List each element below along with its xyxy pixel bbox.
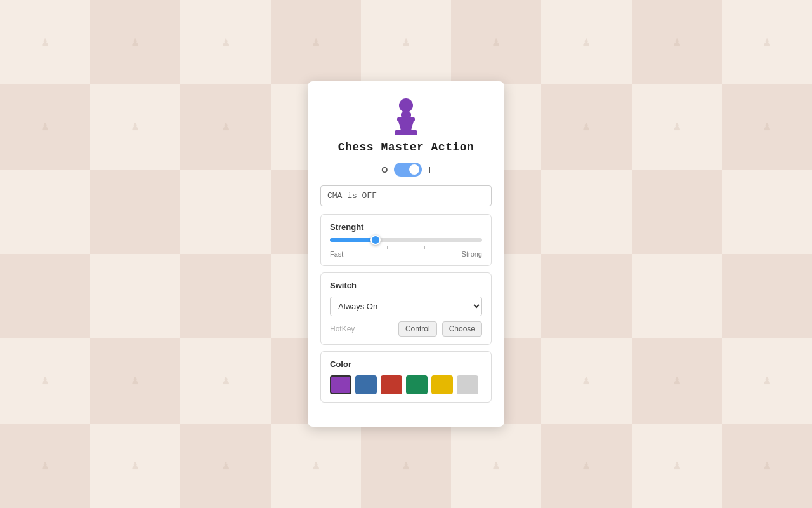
bg-pawn-icon: ♟ [311, 36, 320, 48]
bg-cell: ♟ [271, 0, 361, 84]
slider-labels: Fast Strong [330, 250, 482, 258]
bg-cell: ♟ [0, 424, 90, 508]
bg-cell: ♟ [722, 338, 812, 423]
bg-cell: ♟ [180, 84, 270, 169]
slider-fill [330, 238, 376, 242]
bg-cell: ♟ [0, 84, 90, 169]
bg-cell [722, 254, 812, 338]
bg-pawn-icon: ♟ [41, 375, 49, 387]
bg-pawn-icon: ♟ [131, 121, 140, 133]
bg-pawn-icon: ♟ [582, 36, 591, 48]
bg-pawn-icon: ♟ [672, 36, 681, 48]
bg-cell: ♟ [541, 338, 631, 423]
bg-pawn-icon: ♟ [672, 121, 681, 133]
bg-cell: ♟ [0, 0, 90, 84]
bg-pawn-icon: ♟ [311, 460, 320, 472]
bg-pawn-icon: ♟ [763, 375, 771, 387]
toggle-on-label: I [428, 165, 431, 175]
bg-pawn-icon: ♟ [221, 121, 230, 133]
bg-cell: ♟ [361, 0, 451, 84]
bg-pawn-icon: ♟ [402, 460, 410, 472]
app-title: Chess Master Action [338, 141, 475, 154]
color-section: Color [320, 351, 492, 403]
svg-rect-3 [395, 130, 417, 135]
bg-pawn-icon: ♟ [131, 375, 140, 387]
dialog-card: Chess Master Action O I Strenght Fast St… [308, 81, 504, 427]
bg-pawn-icon: ♟ [582, 121, 591, 133]
bg-cell [0, 170, 90, 254]
power-toggle[interactable] [394, 163, 422, 177]
bg-cell: ♟ [451, 424, 541, 508]
bg-cell: ♟ [180, 0, 270, 84]
hotkey-row: HotKey Control Choose [330, 321, 482, 337]
bg-pawn-icon: ♟ [763, 121, 771, 133]
bg-cell: ♟ [271, 424, 361, 508]
bg-pawn-icon: ♟ [763, 36, 771, 48]
slider-max-label: Strong [462, 250, 482, 258]
bg-cell: ♟ [0, 338, 90, 423]
bg-pawn-icon: ♟ [492, 460, 501, 472]
slider-min-label: Fast [330, 250, 343, 258]
color-swatches [330, 375, 482, 394]
bg-cell [90, 254, 180, 338]
choose-button[interactable]: Choose [442, 321, 482, 337]
app-logo [387, 97, 425, 135]
color-swatch-green[interactable] [406, 375, 428, 394]
bg-cell: ♟ [541, 84, 631, 169]
bg-pawn-icon: ♟ [672, 460, 681, 472]
bg-cell: ♟ [90, 84, 180, 169]
bg-cell: ♟ [632, 84, 722, 169]
bg-pawn-icon: ♟ [131, 460, 140, 472]
color-swatch-lightgray[interactable] [457, 375, 478, 394]
bg-pawn-icon: ♟ [402, 36, 410, 48]
bg-pawn-icon: ♟ [41, 36, 49, 48]
bg-cell: ♟ [722, 424, 812, 508]
color-swatch-purple[interactable] [330, 375, 351, 394]
strength-section: Strenght Fast Strong [320, 214, 492, 266]
svg-rect-1 [401, 112, 411, 117]
bg-pawn-icon: ♟ [41, 121, 49, 133]
pawn-svg [387, 97, 425, 141]
bg-pawn-icon: ♟ [221, 36, 230, 48]
bg-cell [90, 170, 180, 254]
bg-cell [632, 254, 722, 338]
bg-pawn-icon: ♟ [582, 375, 591, 387]
bg-pawn-icon: ♟ [672, 375, 681, 387]
svg-rect-2 [397, 117, 415, 121]
strength-label: Strenght [330, 222, 482, 232]
bg-cell: ♟ [632, 424, 722, 508]
slider-container: Fast Strong [330, 238, 482, 258]
switch-select[interactable]: Always On Always Off Toggle Custom [330, 297, 482, 316]
bg-cell [180, 254, 270, 338]
bg-pawn-icon: ♟ [582, 460, 591, 472]
bg-cell: ♟ [722, 0, 812, 84]
color-swatch-yellow[interactable] [431, 375, 453, 394]
bg-cell: ♟ [632, 338, 722, 423]
bg-pawn-icon: ♟ [763, 460, 771, 472]
switch-section-label: Switch [330, 281, 482, 290]
bg-cell: ♟ [541, 0, 631, 84]
bg-cell: ♟ [90, 424, 180, 508]
bg-pawn-icon: ♟ [492, 36, 501, 48]
bg-cell: ♟ [90, 0, 180, 84]
hotkey-label: HotKey [330, 324, 393, 333]
bg-cell [180, 170, 270, 254]
bg-pawn-icon: ♟ [221, 460, 230, 472]
control-button[interactable]: Control [398, 321, 437, 337]
bg-cell: ♟ [90, 338, 180, 423]
svg-point-0 [399, 98, 413, 112]
color-label: Color [330, 359, 482, 369]
bg-cell [541, 254, 631, 338]
bg-cell: ♟ [180, 338, 270, 423]
bg-pawn-icon: ♟ [41, 460, 49, 472]
bg-pawn-icon: ♟ [221, 375, 230, 387]
slider-ticks [330, 246, 482, 249]
toggle-off-label: O [381, 165, 388, 175]
switch-section: Switch Always On Always Off Toggle Custo… [320, 272, 492, 345]
color-swatch-red[interactable] [381, 375, 402, 394]
bg-cell [632, 170, 722, 254]
slider-thumb [370, 235, 381, 245]
color-swatch-blue[interactable] [355, 375, 377, 394]
bg-cell: ♟ [722, 84, 812, 169]
status-input[interactable] [320, 185, 492, 206]
